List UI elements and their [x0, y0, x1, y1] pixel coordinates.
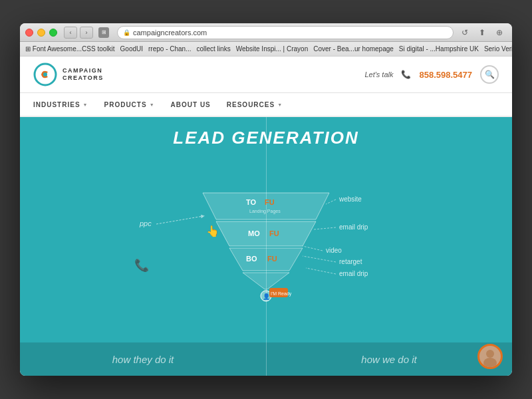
bookmark-item[interactable]: Serio Verify — [484, 45, 512, 53]
search-button[interactable]: 🔍 — [480, 65, 499, 84]
svg-line-19 — [314, 227, 336, 229]
logo-line2: CREATORS — [63, 74, 104, 82]
nav-about-us[interactable]: ABOUT US — [171, 101, 211, 108]
phone-icon: 📞 — [401, 70, 411, 79]
phone-number: 858.598.5477 — [419, 70, 472, 80]
bookmarks-bar: ⊞ Font Awesome...CSS toolkit GoodUI rrep… — [20, 42, 512, 57]
title-bar: ‹ › ⊞ 🔒 campaigncreators.com ↺ ⬆ ⊕ — [20, 23, 512, 42]
forward-button[interactable]: › — [80, 27, 93, 39]
lead-gen-diagram: ppc 📞 TO FU Landing Pages MO FU BO — [100, 156, 432, 303]
tab-icon: ⊞ — [98, 27, 109, 38]
reload-button[interactable]: ↺ — [458, 27, 472, 39]
share-button[interactable]: ⬆ — [475, 27, 489, 39]
chevron-down-icon: ▼ — [277, 102, 283, 107]
how-they-do-it-label: how they do it — [20, 354, 266, 365]
svg-text:BO: BO — [246, 255, 257, 263]
svg-text:retarget: retarget — [339, 258, 362, 265]
browser-window: ‹ › ⊞ 🔒 campaigncreators.com ↺ ⬆ ⊕ ⊞ Fon… — [20, 23, 512, 376]
svg-text:FU: FU — [269, 229, 279, 237]
site-nav: INDUSTRIES ▼ PRODUCTS ▼ ABOUT US RESOURC… — [20, 93, 512, 117]
svg-text:email drip: email drip — [339, 223, 368, 231]
hero-section: LEAD GENERATION ppc 📞 TO FU Landing Page… — [20, 117, 512, 376]
bookmark-item[interactable]: collect links — [197, 45, 231, 53]
avatar-circle[interactable] — [477, 344, 503, 369]
lets-talk-text: Let's talk — [364, 70, 393, 78]
bookmark-item[interactable]: Si digital - ...Hampshire UK — [399, 45, 479, 53]
svg-text:📞: 📞 — [134, 258, 150, 273]
diagram-area: ppc 📞 TO FU Landing Pages MO FU BO — [20, 156, 512, 342]
svg-text:website: website — [338, 196, 362, 203]
svg-text:video: video — [326, 247, 342, 254]
nav-buttons: ‹ › — [64, 27, 93, 39]
bookmark-item[interactable]: GoodUI — [120, 45, 143, 53]
svg-line-17 — [326, 200, 336, 204]
bookmark-item[interactable]: Website Inspi... | Crayon — [236, 45, 309, 53]
chevron-down-icon: ▼ — [83, 102, 88, 107]
close-button[interactable] — [25, 29, 33, 37]
svg-marker-15 — [243, 273, 289, 289]
svg-text:ppc: ppc — [139, 219, 152, 227]
bookmark-button[interactable]: ⊕ — [492, 27, 507, 39]
website-content: CAMPAIGN CREATORS Let's talk 📞 858.598.5… — [20, 57, 512, 376]
svg-text:👆: 👆 — [206, 225, 219, 237]
lock-icon: 🔒 — [123, 29, 130, 36]
back-button[interactable]: ‹ — [64, 27, 77, 39]
svg-text:email drip: email drip — [339, 270, 368, 277]
traffic-lights — [25, 29, 57, 37]
svg-text:FU: FU — [265, 198, 275, 206]
header-right: Let's talk 📞 858.598.5477 🔍 — [364, 65, 499, 84]
address-bar[interactable]: 🔒 campaigncreators.com — [117, 26, 454, 39]
svg-text:TO: TO — [246, 198, 257, 206]
svg-marker-9 — [216, 221, 316, 246]
svg-line-3 — [156, 216, 203, 224]
svg-point-31 — [486, 350, 494, 358]
logo-line1: CAMPAIGN — [63, 67, 104, 74]
svg-text:MO: MO — [248, 229, 260, 237]
svg-marker-12 — [229, 248, 303, 271]
logo: CAMPAIGN CREATORS — [33, 63, 104, 86]
logo-icon — [33, 63, 57, 86]
bookmark-item[interactable]: ⊞ Font Awesome...CSS toolkit — [25, 45, 115, 53]
maximize-button[interactable] — [49, 29, 57, 37]
how-we-do-it-label: how we do it — [266, 354, 512, 365]
bookmark-item[interactable]: rrepo - Chan... — [148, 45, 191, 53]
svg-line-21 — [303, 246, 323, 251]
toolbar-icons: ↺ ⬆ ⊕ — [458, 27, 507, 39]
svg-line-25 — [306, 268, 336, 274]
logo-text: CAMPAIGN CREATORS — [63, 67, 104, 82]
svg-marker-5 — [203, 193, 329, 219]
minimize-button[interactable] — [37, 29, 45, 37]
nav-industries[interactable]: INDUSTRIES ▼ — [33, 101, 88, 108]
bookmark-item[interactable]: Cover - Bea...ur homepage — [313, 45, 394, 53]
svg-point-32 — [483, 358, 497, 367]
svg-line-23 — [303, 256, 336, 262]
svg-text:I'M Ready: I'M Ready — [271, 291, 292, 297]
nav-products[interactable]: PRODUCTS ▼ — [104, 101, 155, 108]
svg-point-1 — [43, 72, 47, 76]
url-text: campaigncreators.com — [133, 29, 207, 37]
site-header: CAMPAIGN CREATORS Let's talk 📞 858.598.5… — [20, 57, 512, 93]
chevron-down-icon: ▼ — [150, 102, 155, 107]
svg-text:Landing Pages: Landing Pages — [249, 209, 281, 214]
svg-text:FU: FU — [267, 255, 277, 263]
nav-resources[interactable]: RESOURCES ▼ — [227, 101, 283, 108]
